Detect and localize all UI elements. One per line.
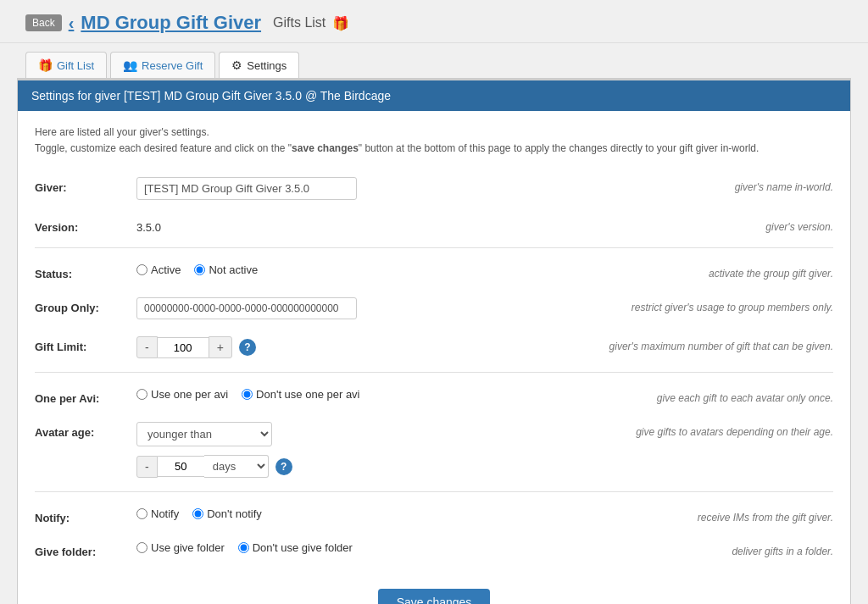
settings-tab-icon: ⚙ xyxy=(231,58,242,72)
version-label: Version: xyxy=(35,217,136,234)
give-folder-row: Give folder: Use give folder Don't use g… xyxy=(35,538,833,562)
gift-limit-stepper: - + xyxy=(136,336,232,358)
giver-input[interactable] xyxy=(136,177,357,200)
divider-2 xyxy=(35,372,833,373)
avatar-age-days-input[interactable] xyxy=(158,456,204,477)
status-active-option[interactable]: Active xyxy=(136,263,181,276)
tab-reserve-gift[interactable]: 👥 Reserve Gift xyxy=(110,52,215,78)
give-folder-label: Give folder: xyxy=(35,541,136,558)
reserve-gift-tab-icon: 👥 xyxy=(123,58,137,72)
giver-label: Giver: xyxy=(35,177,136,194)
settings-body: Here are listed all your giver's setting… xyxy=(18,111,850,604)
notify-label: Notify: xyxy=(35,507,136,524)
gift-limit-label: Gift Limit: xyxy=(35,336,136,353)
version-row: Version: 3.5.0 giver's version. xyxy=(35,213,833,237)
status-notactive-option[interactable]: Not active xyxy=(194,263,258,276)
giver-control xyxy=(136,177,735,200)
one-per-avi-control: Use one per avi Don't use one per avi xyxy=(136,388,657,401)
one-per-avi-label: One per Avi: xyxy=(35,388,136,405)
tab-settings[interactable]: ⚙ Settings xyxy=(219,52,299,78)
dont-notify-option[interactable]: Don't notify xyxy=(192,507,262,520)
dont-use-one-per-avi-option[interactable]: Don't use one per avi xyxy=(242,388,359,401)
gift-limit-help-icon[interactable]: ? xyxy=(239,339,256,356)
save-changes-button[interactable]: Save changes xyxy=(378,589,491,604)
page-subtitle: Gifts List xyxy=(273,15,326,30)
dont-use-give-folder-option[interactable]: Don't use give folder xyxy=(238,541,353,554)
gift-limit-input[interactable] xyxy=(158,337,209,358)
use-one-per-avi-radio[interactable] xyxy=(136,389,147,400)
status-label: Status: xyxy=(35,263,136,280)
status-hint: activate the group gift giver. xyxy=(709,263,833,280)
one-per-avi-row: One per Avi: Use one per avi Don't use o… xyxy=(35,385,833,408)
give-folder-control: Use give folder Don't use give folder xyxy=(136,541,732,554)
settings-header-text: Settings for giver [TEST] MD Group Gift … xyxy=(31,89,391,103)
giver-row: Giver: giver's name in-world. xyxy=(35,174,833,203)
intro-text: Here are listed all your giver's setting… xyxy=(35,125,833,157)
divider-1 xyxy=(35,247,833,248)
avatar-age-decrement[interactable]: - xyxy=(136,456,158,478)
group-only-hint: restrict giver's usage to group members … xyxy=(632,297,833,313)
one-per-avi-radio-group: Use one per avi Don't use one per avi xyxy=(136,388,360,401)
use-give-folder-option[interactable]: Use give folder xyxy=(136,541,225,554)
page-title: MD Group Gift Giver xyxy=(81,12,261,34)
give-folder-radio-group: Use give folder Don't use give folder xyxy=(136,541,353,554)
notify-control: Notify Don't notify xyxy=(136,507,698,520)
save-btn-container: Save changes xyxy=(35,572,833,604)
page-header: Back ‹ MD Group Gift Giver Gifts List 🎁 xyxy=(0,0,868,43)
version-control: 3.5.0 xyxy=(136,217,765,234)
dont-use-one-per-avi-radio[interactable] xyxy=(242,389,253,400)
notify-option[interactable]: Notify xyxy=(136,507,179,520)
group-only-control xyxy=(136,297,632,319)
avatar-age-unit-select[interactable]: days weeks months xyxy=(204,455,269,478)
avatar-age-select[interactable]: younger than older than xyxy=(136,422,272,446)
gift-header-icon: 🎁 xyxy=(332,15,349,31)
back-button[interactable]: Back xyxy=(25,14,62,31)
status-notactive-radio[interactable] xyxy=(194,264,205,275)
status-active-radio[interactable] xyxy=(136,264,147,275)
avatar-age-days-group: - days weeks months ? xyxy=(136,455,292,478)
gift-limit-control: - + ? xyxy=(136,336,609,358)
avatar-age-label: Avatar age: xyxy=(35,422,136,439)
use-one-per-avi-option[interactable]: Use one per avi xyxy=(136,388,228,401)
chevron-left-icon: ‹ xyxy=(69,14,75,33)
notify-hint: receive IMs from the gift giver. xyxy=(698,507,833,524)
give-folder-hint: deliver gifts in a folder. xyxy=(732,541,833,557)
avatar-age-inner: younger than older than - days weeks mon… xyxy=(136,422,292,478)
status-control: Active Not active xyxy=(136,263,709,276)
tab-gift-list[interactable]: 🎁 Gift List xyxy=(25,52,107,78)
notify-radio[interactable] xyxy=(136,508,147,519)
avatar-age-hint: give gifts to avatars depending on their… xyxy=(636,422,833,438)
group-only-row: Group Only: restrict giver's usage to gr… xyxy=(35,294,833,323)
version-hint: giver's version. xyxy=(765,217,833,233)
avatar-age-control: younger than older than - days weeks mon… xyxy=(136,422,636,478)
group-only-label: Group Only: xyxy=(35,297,136,314)
settings-header-bar: Settings for giver [TEST] MD Group Gift … xyxy=(18,80,850,111)
gift-list-tab-icon: 🎁 xyxy=(38,58,53,72)
group-only-input[interactable] xyxy=(136,297,357,319)
gift-limit-hint: giver's maximum number of gift that can … xyxy=(609,336,833,352)
dont-use-give-folder-radio[interactable] xyxy=(238,542,249,553)
dont-notify-radio[interactable] xyxy=(192,508,203,519)
notify-row: Notify: Notify Don't notify receive IMs … xyxy=(35,504,833,528)
gift-limit-row: Gift Limit: - + ? giver's maximum number… xyxy=(35,333,833,362)
divider-3 xyxy=(35,491,833,492)
status-row: Status: Active Not active activate the g xyxy=(35,260,833,284)
tabs-container: 🎁 Gift List 👥 Reserve Gift ⚙ Settings xyxy=(0,43,868,78)
avatar-age-help-icon[interactable]: ? xyxy=(275,458,292,475)
status-radio-group: Active Not active xyxy=(136,263,258,276)
avatar-age-row: Avatar age: younger than older than - da… xyxy=(35,418,833,481)
main-content: Settings for giver [TEST] MD Group Gift … xyxy=(17,78,851,604)
notify-radio-group: Notify Don't notify xyxy=(136,507,262,520)
giver-hint: giver's name in-world. xyxy=(735,177,833,193)
gift-limit-increment[interactable]: + xyxy=(209,336,232,358)
version-value: 3.5.0 xyxy=(136,217,161,234)
use-give-folder-radio[interactable] xyxy=(136,542,147,553)
gift-limit-decrement[interactable]: - xyxy=(136,336,158,358)
one-per-avi-hint: give each gift to each avatar only once. xyxy=(657,388,833,404)
